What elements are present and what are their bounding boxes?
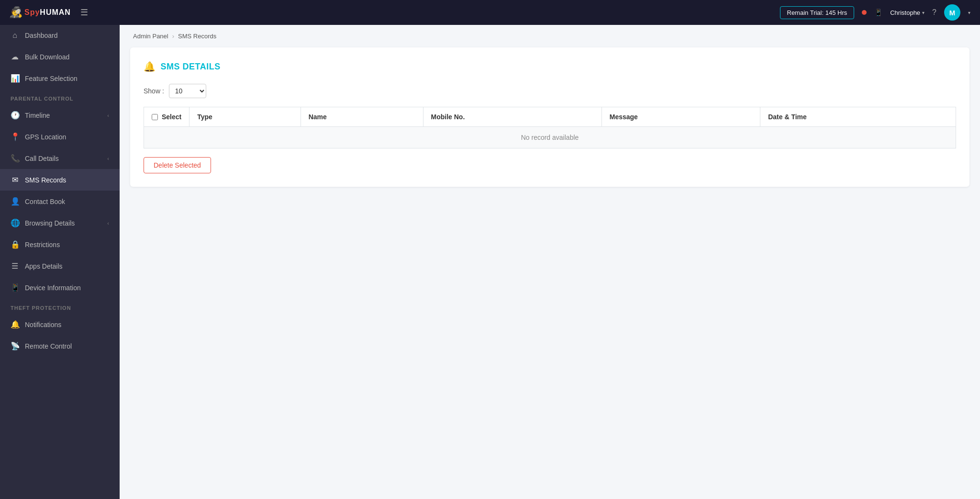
sidebar-item-call-details[interactable]: 📞 Call Details ‹ (0, 147, 120, 169)
sidebar-item-dashboard[interactable]: ⌂ Dashboard (0, 25, 120, 46)
header-right: Remain Trial: 145 Hrs 📱 Christophe ▾ ? M… (780, 4, 971, 21)
table-body: No record available (144, 127, 956, 148)
sidebar-label-restrictions: Restrictions (25, 241, 60, 249)
col-mobile: Mobile No. (423, 107, 601, 127)
sidebar-label-sms-records: SMS Records (25, 176, 66, 184)
username-text: Christophe (890, 9, 920, 16)
sidebar-label-feature-selection: Feature Selection (25, 75, 78, 82)
avatar[interactable]: M (944, 4, 960, 21)
apps-details-icon: ☰ (11, 261, 19, 271)
online-indicator (862, 10, 867, 15)
trial-badge: Remain Trial: 145 Hrs (780, 6, 855, 19)
no-record-message: No record available (144, 127, 956, 148)
logo: 🕵 SpyHUMAN (10, 6, 71, 19)
sidebar-label-bulk-download: Bulk Download (25, 53, 69, 61)
call-details-arrow-icon: ‹ (107, 156, 109, 161)
help-icon[interactable]: ? (932, 8, 936, 17)
header-left: 🕵 SpyHUMAN ☰ (10, 6, 88, 19)
sidebar-item-sms-records[interactable]: ✉ SMS Records (0, 169, 120, 191)
timeline-icon: 🕐 (11, 111, 19, 120)
contact-book-icon: 👤 (11, 197, 19, 206)
sidebar-item-remote-control[interactable]: 📡 Remote Control (0, 335, 120, 357)
hamburger-menu[interactable]: ☰ (80, 7, 88, 18)
breadcrumb-separator: › (172, 33, 174, 40)
delete-selected-button[interactable]: Delete Selected (144, 157, 211, 173)
username-display[interactable]: Christophe ▾ (890, 9, 924, 16)
sidebar-item-device-information[interactable]: 📱 Device Information (0, 277, 120, 298)
show-select[interactable]: 10 25 50 100 (169, 84, 206, 98)
sidebar-label-contact-book: Contact Book (25, 198, 65, 205)
sidebar-item-browsing-details[interactable]: 🌐 Browsing Details ‹ (0, 212, 120, 234)
sidebar-label-gps-location: GPS Location (25, 133, 66, 141)
col-message: Message (601, 107, 760, 127)
notifications-icon: 🔔 (11, 320, 19, 329)
remote-control-icon: 📡 (11, 341, 19, 351)
table-header: Select Type Name Mobile No. Message Date… (144, 107, 956, 127)
sidebar-item-gps-location[interactable]: 📍 GPS Location (0, 126, 120, 147)
avatar-chevron-icon: ▾ (968, 10, 970, 15)
sidebar-item-notifications[interactable]: 🔔 Notifications (0, 314, 120, 335)
sidebar-item-feature-selection[interactable]: 📊 Feature Selection (0, 68, 120, 89)
sidebar-item-contact-book[interactable]: 👤 Contact Book (0, 191, 120, 212)
content-card: 🔔 SMS DETAILS Show : 10 25 50 100 (130, 47, 969, 187)
sidebar-item-timeline[interactable]: 🕐 Timeline ‹ (0, 104, 120, 126)
feature-selection-icon: 📊 (11, 74, 19, 83)
col-select: Select (144, 107, 189, 127)
logo-icon: 🕵 (10, 6, 22, 19)
main-content: Admin Panel › SMS Records 🔔 SMS DETAILS … (120, 25, 980, 499)
breadcrumb-parent[interactable]: Admin Panel (133, 33, 168, 40)
sidebar-label-remote-control: Remote Control (25, 342, 72, 350)
timeline-arrow-icon: ‹ (107, 113, 109, 118)
browsing-details-icon: 🌐 (11, 218, 19, 227)
sidebar-label-device-information: Device Information (25, 284, 81, 292)
sms-details-icon: 🔔 (144, 61, 156, 72)
sidebar-label-dashboard: Dashboard (25, 32, 58, 39)
device-icon: 📱 (874, 9, 882, 16)
call-details-icon: 📞 (11, 154, 19, 163)
sidebar: ⌂ Dashboard ☁ Bulk Download 📊 Feature Se… (0, 25, 120, 499)
logo-text: SpyHUMAN (24, 8, 71, 17)
section-title: 🔔 SMS DETAILS (144, 61, 956, 72)
sidebar-label-apps-details: Apps Details (25, 262, 63, 270)
restrictions-icon: 🔒 (11, 240, 19, 249)
gps-location-icon: 📍 (11, 132, 19, 141)
bulk-download-icon: ☁ (11, 52, 19, 61)
username-chevron-icon: ▾ (922, 10, 924, 15)
sidebar-item-bulk-download[interactable]: ☁ Bulk Download (0, 46, 120, 68)
dashboard-icon: ⌂ (11, 31, 19, 40)
sidebar-label-notifications: Notifications (25, 321, 61, 329)
breadcrumb-current: SMS Records (178, 33, 216, 40)
parental-control-section-label: PARENTAL CONTROL (0, 89, 120, 104)
breadcrumb: Admin Panel › SMS Records (120, 25, 980, 47)
show-label: Show : (144, 87, 164, 95)
col-name: Name (301, 107, 423, 127)
sidebar-item-restrictions[interactable]: 🔒 Restrictions (0, 234, 120, 255)
header: 🕵 SpyHUMAN ☰ Remain Trial: 145 Hrs 📱 Chr… (0, 0, 980, 25)
theft-protection-section-label: THEFT PROTECTION (0, 298, 120, 314)
sidebar-label-browsing-details: Browsing Details (25, 219, 75, 227)
browsing-details-arrow-icon: ‹ (107, 220, 109, 226)
device-information-icon: 📱 (11, 283, 19, 292)
sidebar-label-timeline: Timeline (25, 112, 50, 119)
layout: ⌂ Dashboard ☁ Bulk Download 📊 Feature Se… (0, 25, 980, 499)
show-control-row: Show : 10 25 50 100 (144, 84, 956, 98)
col-datetime: Date & Time (760, 107, 956, 127)
section-title-text: SMS DETAILS (161, 62, 221, 72)
sms-table: Select Type Name Mobile No. Message Date… (144, 107, 956, 148)
sidebar-label-call-details: Call Details (25, 155, 59, 162)
sms-records-icon: ✉ (11, 175, 19, 184)
select-all-checkbox[interactable] (152, 114, 158, 120)
sidebar-item-apps-details[interactable]: ☰ Apps Details (0, 255, 120, 277)
col-type: Type (189, 107, 301, 127)
table-row-empty: No record available (144, 127, 956, 148)
table-header-row: Select Type Name Mobile No. Message Date… (144, 107, 956, 127)
col-select-label: Select (162, 113, 181, 121)
